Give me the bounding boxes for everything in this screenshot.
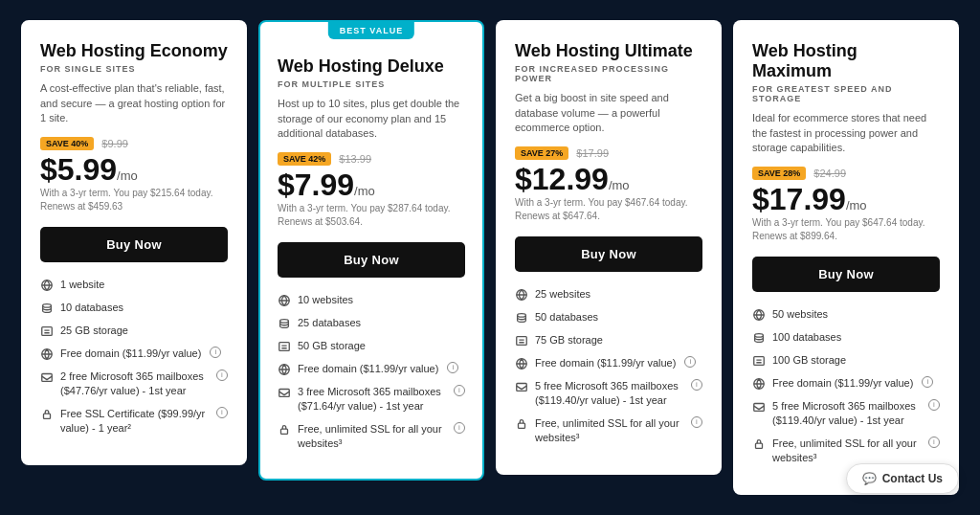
feature-item: Free, unlimited SSL for all your website… xyxy=(515,416,702,445)
plan-name: Web Hosting Ultimate xyxy=(515,41,702,61)
current-price: $7.99/mo xyxy=(278,169,465,200)
feature-text: Free, unlimited SSL for all your website… xyxy=(298,422,445,451)
current-price: $12.99/mo xyxy=(515,164,702,194)
per-month: /mo xyxy=(117,168,138,183)
buy-now-button-maximum[interactable]: Buy Now xyxy=(752,257,940,292)
feature-item: Free domain ($11.99/yr value) i xyxy=(278,362,465,376)
feature-item: 50 websites xyxy=(752,307,940,322)
feature-text: 5 free Microsoft 365 mailboxes ($119.40/… xyxy=(535,379,682,408)
price-note: With a 3-yr term. You pay $287.64 today.… xyxy=(278,202,465,229)
feature-item: 25 databases xyxy=(278,316,465,330)
feature-text: 5 free Microsoft 365 mailboxes ($119.40/… xyxy=(772,399,920,428)
feature-item: 5 free Microsoft 365 mailboxes ($119.40/… xyxy=(515,379,702,408)
feature-item: Free domain ($11.99/yr value) i xyxy=(752,376,940,391)
svg-rect-8 xyxy=(279,343,290,351)
best-value-badge: BEST VALUE xyxy=(328,22,414,39)
plan-subtitle: For Multiple Sites xyxy=(278,79,465,89)
plan-card-deluxe: BEST VALUE Web Hosting Deluxe For Multip… xyxy=(258,20,484,481)
svg-rect-2 xyxy=(42,327,53,336)
feature-text: Free domain ($11.99/yr value) xyxy=(298,362,438,376)
info-icon[interactable]: i xyxy=(216,407,228,418)
feature-text: 3 free Microsoft 365 mailboxes ($71.64/y… xyxy=(298,385,445,414)
feature-text: Free domain ($11.99/yr value) xyxy=(535,356,676,370)
feature-item: 25 websites xyxy=(515,287,702,302)
per-month: /mo xyxy=(354,184,375,198)
info-icon[interactable]: i xyxy=(216,369,228,381)
price-note: With a 3-yr term. You pay $647.64 today.… xyxy=(752,216,940,243)
feature-text: 25 websites xyxy=(535,287,590,302)
info-icon[interactable]: i xyxy=(210,347,221,358)
buy-now-button-deluxe[interactable]: Buy Now xyxy=(278,242,465,278)
svg-point-19 xyxy=(755,334,764,338)
plan-name: Web Hosting Economy xyxy=(40,41,228,61)
feature-text: 100 GB storage xyxy=(772,353,846,368)
feature-text: 25 databases xyxy=(298,316,361,330)
feature-item: Free domain ($11.99/yr value) i xyxy=(515,356,702,370)
per-month: /mo xyxy=(609,178,630,192)
svg-rect-5 xyxy=(44,414,51,418)
feature-text: 50 GB storage xyxy=(298,339,366,353)
feature-item: 100 databases xyxy=(752,330,940,345)
feature-item: 1 website xyxy=(40,278,228,292)
features-list: 1 website 10 databases 25 GB storage Fre… xyxy=(40,278,228,435)
pricing-container: Web Hosting Economy For Single Sites A c… xyxy=(21,20,959,495)
feature-text: 2 free Microsoft 365 mailboxes ($47.76/y… xyxy=(60,369,208,398)
info-icon[interactable]: i xyxy=(691,379,702,391)
info-icon[interactable]: i xyxy=(928,399,940,411)
save-badge: SAVE 28% xyxy=(752,167,806,180)
feature-text: 50 databases xyxy=(535,310,598,325)
info-icon[interactable]: i xyxy=(454,385,465,396)
original-price: $17.99 xyxy=(576,147,609,159)
plan-description: Host up to 10 sites, plus get double the… xyxy=(278,97,465,141)
feature-item: 25 GB storage xyxy=(40,324,228,338)
current-price: $17.99/mo xyxy=(752,184,940,214)
feature-text: Free SSL Certificate ($99.99/yr value) -… xyxy=(60,407,208,436)
current-price: $5.99/mo xyxy=(40,154,228,185)
per-month: /mo xyxy=(846,198,867,213)
svg-point-13 xyxy=(518,314,526,318)
price-note: With a 3-yr term. You pay $215.64 today.… xyxy=(40,187,228,213)
buy-now-button-ultimate[interactable]: Buy Now xyxy=(515,236,702,272)
feature-text: 25 GB storage xyxy=(60,324,128,338)
feature-item: 10 databases xyxy=(40,301,228,315)
info-icon[interactable]: i xyxy=(928,437,940,448)
chat-icon: 💬 xyxy=(862,472,877,485)
original-price: $24.99 xyxy=(813,168,846,179)
svg-rect-20 xyxy=(754,357,765,366)
plan-subtitle: For Increased Processing Power xyxy=(515,64,702,83)
feature-text: 10 databases xyxy=(60,301,123,315)
feature-item: 5 free Microsoft 365 mailboxes ($119.40/… xyxy=(752,399,940,428)
feature-item: 10 websites xyxy=(278,293,465,307)
buy-now-button-economy[interactable]: Buy Now xyxy=(40,227,228,262)
feature-item: 50 GB storage xyxy=(278,339,465,353)
plan-name: Web Hosting Deluxe xyxy=(278,56,465,77)
feature-text: Free domain ($11.99/yr value) xyxy=(60,347,201,361)
info-icon[interactable]: i xyxy=(691,416,702,428)
info-icon[interactable]: i xyxy=(447,362,458,373)
features-list: 10 websites 25 databases 50 GB storage F… xyxy=(278,293,465,450)
save-badge: SAVE 42% xyxy=(278,152,331,166)
plan-card-economy: Web Hosting Economy For Single Sites A c… xyxy=(21,20,247,465)
feature-text: 75 GB storage xyxy=(535,333,603,347)
feature-text: 10 websites xyxy=(298,293,353,307)
info-icon[interactable]: i xyxy=(922,376,933,388)
info-icon[interactable]: i xyxy=(454,422,465,434)
svg-point-7 xyxy=(280,320,289,324)
info-icon[interactable]: i xyxy=(684,356,696,368)
feature-item: 50 databases xyxy=(515,310,702,325)
svg-rect-23 xyxy=(756,443,763,448)
plan-card-ultimate: Web Hosting Ultimate For Increased Proce… xyxy=(496,20,722,475)
feature-item: Free, unlimited SSL for all your website… xyxy=(752,437,940,465)
plan-description: Get a big boost in site speed and databa… xyxy=(515,91,702,135)
plan-subtitle: For Greatest Speed and Storage xyxy=(752,84,940,103)
feature-text: 1 website xyxy=(60,278,104,292)
feature-item: Free domain ($11.99/yr value) i xyxy=(40,347,228,361)
svg-point-1 xyxy=(43,304,52,308)
svg-rect-14 xyxy=(517,337,527,346)
feature-item: Free SSL Certificate ($99.99/yr value) -… xyxy=(40,407,228,436)
contact-us-button[interactable]: 💬 Contact Us xyxy=(846,463,959,494)
plan-description: A cost-effective plan that's reliable, f… xyxy=(40,81,228,125)
svg-rect-17 xyxy=(519,423,525,428)
svg-rect-11 xyxy=(281,429,288,434)
feature-text: Free, unlimited SSL for all your website… xyxy=(772,437,920,465)
